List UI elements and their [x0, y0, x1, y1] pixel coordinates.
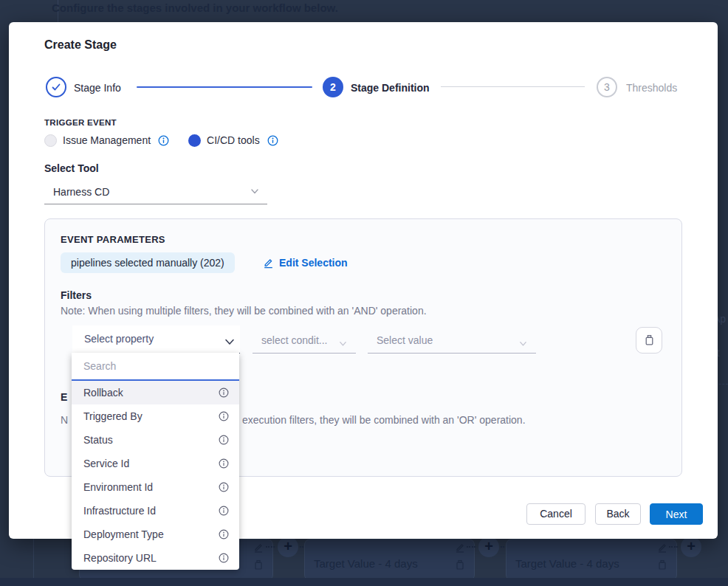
add-stage-button: + [681, 537, 701, 557]
dropdown-item-rollback[interactable]: Rollback [72, 381, 239, 404]
trash-icon [455, 559, 465, 570]
dropdown-item-label: Environment Id [83, 481, 153, 493]
select-tool-label: Select Tool [44, 162, 99, 174]
radio-cicd-tools-label[interactable]: CI/CD tools [207, 134, 260, 146]
modal-title: Create Stage [44, 38, 117, 52]
info-icon[interactable] [158, 135, 169, 146]
radio-issue-management-label[interactable]: Issue Management [63, 134, 151, 146]
info-icon[interactable] [219, 553, 229, 563]
dropdown-item-label: Rollback [83, 387, 123, 399]
back-button[interactable]: Back [595, 503, 641, 525]
tool-select[interactable]: Harness CD [44, 182, 267, 204]
chevron-down-icon[interactable] [224, 336, 236, 348]
filters-note: Note: When using multiple filters, they … [61, 305, 427, 317]
chevron-down-icon[interactable] [250, 186, 260, 196]
execution-filters-note-fragment: N [61, 414, 68, 426]
info-icon[interactable] [219, 387, 229, 398]
event-parameters-heading: EVENT PARAMETERS [61, 234, 165, 245]
dropdown-item-deployment-type[interactable]: Deployment Type [72, 523, 239, 546]
connector-dash [669, 546, 678, 548]
dropdown-item-repository-url[interactable]: Repository URL [72, 546, 239, 570]
info-icon[interactable] [219, 411, 229, 421]
search-input[interactable] [72, 353, 239, 381]
dropdown-item-infrastructure-id[interactable]: Infrastructure Id [72, 499, 239, 523]
dropdown-item-status[interactable]: Status [72, 428, 239, 452]
chevron-down-icon[interactable] [518, 339, 528, 348]
edit-selection-label: Edit Selection [279, 257, 348, 269]
pipelines-selected-pill: pipelines selected manually (202) [61, 252, 235, 273]
step-thresholds-circle[interactable]: 3 [597, 77, 617, 97]
stage-card-label: Target Value - 4 days [515, 557, 619, 570]
step-stage-info-circle[interactable] [46, 77, 66, 97]
step-thresholds-label[interactable]: Thresholds [626, 82, 677, 94]
dropdown-item-label: Infrastructure Id [83, 505, 156, 517]
dropdown-item-label: Triggered By [83, 410, 142, 422]
property-select[interactable]: Select property [72, 325, 240, 354]
connector-dash [266, 546, 275, 548]
stepper-connector-upcoming [441, 86, 585, 87]
stepper-connector-complete [137, 86, 312, 88]
dropdown-item-label: Status [83, 434, 113, 446]
add-stage-button: + [278, 537, 298, 557]
chevron-down-icon[interactable] [338, 339, 348, 348]
dropdown-item-triggered-by[interactable]: Triggered By [72, 404, 239, 428]
filters-heading: Filters [61, 289, 92, 301]
dropdown-item-service-id[interactable]: Service Id [72, 452, 239, 475]
info-icon[interactable] [219, 482, 229, 492]
stage-card-label: Target Value - 4 days [314, 557, 418, 570]
connector-dash [467, 546, 475, 548]
step-stage-definition-label[interactable]: Stage Definition [351, 82, 430, 94]
radio-issue-management[interactable] [44, 134, 57, 147]
edit-icon [263, 258, 274, 269]
add-stage-button: + [478, 537, 499, 557]
trigger-event-options: Issue Management CI/CD tools [44, 133, 278, 148]
value-select[interactable]: Select value [368, 331, 536, 354]
trash-icon [657, 559, 667, 570]
trash-icon [253, 559, 264, 570]
edit-selection-link[interactable]: Edit Selection [263, 257, 348, 269]
backdrop-instruction-text: Configure the stages involved in your wo… [52, 1, 338, 14]
dropdown-item-label: Repository URL [83, 552, 157, 564]
step-stage-info-label[interactable]: Stage Info [74, 82, 121, 94]
check-icon [51, 82, 61, 92]
info-icon[interactable] [267, 135, 278, 146]
trash-icon [644, 334, 655, 345]
edit-icon [253, 542, 264, 553]
cancel-button[interactable]: Cancel [526, 503, 586, 525]
dropdown-item-environment-id[interactable]: Environment Id [72, 475, 239, 499]
edit-icon [657, 542, 667, 553]
stage-card: Target Value - 4 days [506, 539, 677, 581]
dropdown-item-label: Deployment Type [83, 528, 164, 540]
trigger-event-label: TRIGGER EVENT [44, 118, 117, 127]
delete-filter-button[interactable] [636, 327, 662, 354]
info-icon[interactable] [219, 506, 229, 516]
execution-filters-heading-fragment: E [61, 391, 67, 403]
backdrop-panel-edge-bottom [33, 539, 34, 578]
info-icon[interactable] [219, 529, 229, 540]
execution-filters-note: execution filters, they will be combined… [242, 414, 526, 426]
dropdown-item-label: Service Id [83, 458, 129, 469]
edit-icon [455, 542, 465, 553]
info-icon[interactable] [219, 435, 229, 445]
radio-cicd-tools[interactable] [188, 134, 201, 147]
backdrop-bottom-strip [0, 578, 728, 586]
step-stage-definition-circle[interactable]: 2 [323, 77, 343, 97]
info-icon[interactable] [219, 458, 229, 469]
next-button[interactable]: Next [650, 503, 703, 525]
stage-card: Target Value - 4 days [304, 539, 475, 581]
property-dropdown-menu: Rollback Triggered By Status Service Id … [72, 353, 239, 570]
